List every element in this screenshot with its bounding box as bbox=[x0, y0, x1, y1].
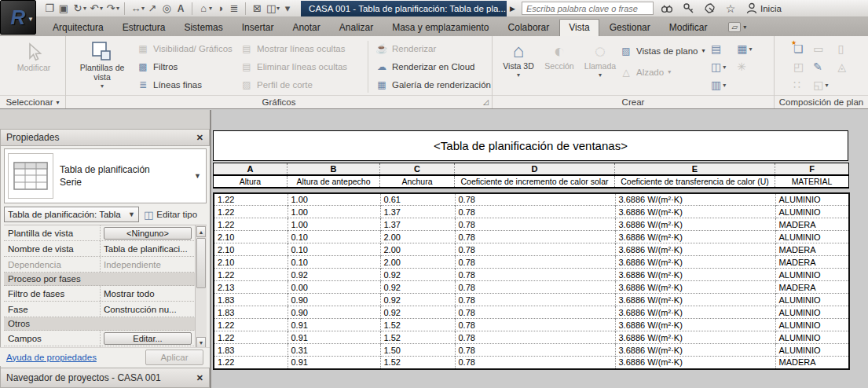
schedule-cell[interactable]: 3.6886 W/(m²·K) bbox=[615, 193, 775, 206]
column-header[interactable]: Anchura bbox=[380, 175, 455, 188]
vista-3d-button[interactable]: ⌂Vista 3D▾ bbox=[499, 41, 538, 80]
scroll-down-icon[interactable]: ▼ bbox=[196, 337, 206, 348]
default-3d-view-dropdown-icon[interactable]: ▾ bbox=[209, 5, 212, 12]
schedule-cell[interactable]: 1.00 bbox=[288, 193, 380, 206]
schedule-cell[interactable]: ALUMINIO bbox=[775, 294, 849, 306]
save-icon[interactable]: ▣ bbox=[57, 1, 71, 16]
schedule-cell[interactable]: 1.22 bbox=[214, 218, 288, 231]
column-header[interactable]: Coeficiente de transferencia de calor (U… bbox=[615, 175, 775, 188]
plantilla-de-vista-edit-button[interactable]: <Ninguno> bbox=[104, 227, 192, 240]
schedule-cell[interactable]: ALUMINIO bbox=[775, 319, 849, 331]
cuadro-rotulacion-icon[interactable]: ✎ bbox=[813, 60, 828, 73]
schedule-cell[interactable]: 0.78 bbox=[455, 306, 615, 319]
visibilidad-graficos-button[interactable]: ▦Visibilidad/ Gráficos bbox=[137, 42, 233, 55]
schedule-cell[interactable]: 1.22 bbox=[214, 206, 288, 218]
schedule-cell[interactable]: 2.00 bbox=[380, 243, 455, 256]
schedule-cell[interactable]: MADERA bbox=[775, 243, 849, 256]
schedule-cell[interactable]: 0.90 bbox=[288, 306, 380, 319]
schedule-cell[interactable]: 0.10 bbox=[288, 243, 380, 256]
schedule-cell[interactable]: 0.31 bbox=[288, 344, 380, 357]
schedule-cell[interactable]: 0.78 bbox=[455, 218, 615, 231]
vista-referencia-icon[interactable]: ▯ bbox=[837, 42, 846, 55]
tab-anotar[interactable]: Anotar bbox=[284, 20, 328, 36]
scrollbar-thumb[interactable] bbox=[196, 238, 206, 288]
modify-button[interactable]: Modificar bbox=[14, 42, 53, 72]
section-icon[interactable]: ◑ bbox=[213, 1, 227, 16]
schedule-cell[interactable]: 0.78 bbox=[455, 294, 615, 306]
tab-sistemas[interactable]: Sistemas bbox=[175, 20, 231, 36]
aligned-dimension-icon[interactable]: ↗ bbox=[145, 1, 159, 16]
schedule-cell[interactable]: 1.50 bbox=[380, 344, 455, 357]
schedule-cell[interactable]: ALUMINIO bbox=[775, 206, 849, 218]
schedule-cell[interactable]: 1.22 bbox=[214, 331, 288, 344]
schedule-cell[interactable]: 0.78 bbox=[455, 243, 615, 256]
schedule-cell[interactable]: 2.00 bbox=[380, 231, 455, 243]
schedule-cell[interactable]: 0.78 bbox=[455, 193, 615, 206]
property-section-proceso-por-fases[interactable]: Proceso por fases« bbox=[4, 273, 207, 286]
schedule-cell[interactable]: 0.91 bbox=[288, 319, 380, 331]
customize-qat-icon[interactable]: ▾ bbox=[280, 1, 295, 16]
llamada-button[interactable]: ◌Llamada▾ bbox=[580, 41, 620, 80]
graphics-dialog-launcher-icon[interactable]: ◿ bbox=[483, 98, 489, 106]
schedule-cell[interactable]: 0.78 bbox=[455, 231, 615, 243]
property-section-otros[interactable]: Otros« bbox=[4, 317, 207, 331]
schedule-cell[interactable]: 3.6886 W/(m²·K) bbox=[615, 218, 775, 231]
eliminar-lineas-ocultas-button[interactable]: ▤Eliminar líneas ocultas bbox=[240, 60, 347, 73]
tab-modificar[interactable]: Modificar bbox=[661, 20, 716, 36]
schedule-cell[interactable]: 1.52 bbox=[380, 319, 455, 331]
panel-label-crear[interactable]: Crear bbox=[493, 95, 774, 108]
title-history-caret-icon[interactable]: ▶ bbox=[507, 5, 518, 13]
panel-label-graficos[interactable]: Gráficos bbox=[66, 95, 492, 108]
tablas-de-planificacion-icon[interactable]: ▦▾ bbox=[737, 42, 752, 55]
thin-lines-icon[interactable]: ≣ bbox=[227, 1, 241, 16]
schedule-cell[interactable]: 3.6886 W/(m²·K) bbox=[615, 269, 775, 281]
schedule-cell[interactable]: 1.00 bbox=[288, 206, 380, 218]
sync-dropdown-icon[interactable]: ▾ bbox=[83, 5, 86, 12]
schedule-cell[interactable]: MADERA bbox=[775, 256, 849, 269]
schedule-cell[interactable]: 0.78 bbox=[455, 319, 615, 331]
schedule-cell[interactable]: 3.6886 W/(m²·K) bbox=[615, 319, 775, 331]
schedule-cell[interactable]: 1.37 bbox=[380, 206, 455, 218]
revisiones-icon[interactable]: ◬ bbox=[837, 60, 846, 73]
column-letter[interactable]: A bbox=[214, 163, 288, 175]
nota-clave-icon[interactable]: ✳ bbox=[737, 60, 752, 73]
schedule-cell[interactable]: 0.78 bbox=[455, 256, 615, 269]
schedule-cell[interactable]: 0.61 bbox=[380, 193, 455, 206]
project-browser-header[interactable]: Navegador de proyectos - CASA 001 ✕ bbox=[0, 368, 210, 388]
schedule-cell[interactable]: 0.92 bbox=[380, 269, 455, 281]
mostrar-lineas-ocultas-button[interactable]: ▤Mostrar líneas ocultas bbox=[240, 42, 347, 55]
view-templates-button[interactable]: Plantillas de vista ▾ bbox=[77, 41, 127, 91]
schedule-cell[interactable]: ALUMINIO bbox=[775, 193, 849, 206]
schedule-cell[interactable]: 0.92 bbox=[288, 269, 380, 281]
schedule-cell[interactable]: 0.10 bbox=[288, 231, 380, 243]
renderizar-button[interactable]: ☕Renderizar bbox=[375, 42, 491, 55]
schedule-cell[interactable]: 0.91 bbox=[288, 357, 380, 369]
search-input[interactable] bbox=[522, 2, 654, 15]
schedule-cell[interactable]: 0.78 bbox=[455, 331, 615, 344]
schedule-cell[interactable]: MADERA bbox=[775, 357, 849, 369]
apply-button[interactable]: Aplicar bbox=[145, 350, 203, 365]
plano-nuevo-icon[interactable]: ❏★ bbox=[793, 42, 804, 55]
schedule-cell[interactable]: 1.83 bbox=[214, 306, 288, 319]
schedule-cell[interactable]: ALUMINIO bbox=[775, 344, 849, 357]
properties-close-icon[interactable]: ✕ bbox=[196, 133, 203, 143]
schedule-cell[interactable]: 0.91 bbox=[288, 331, 380, 344]
schedule-cell[interactable]: 2.10 bbox=[214, 243, 288, 256]
schedule-cell[interactable]: 2.13 bbox=[214, 281, 288, 294]
column-letter[interactable]: D bbox=[455, 163, 615, 175]
panel-label-composicion[interactable]: Composición de plan bbox=[775, 95, 868, 108]
close-hidden-windows-icon[interactable]: ⊠ bbox=[250, 1, 264, 16]
favorites-star-icon[interactable]: ☆ bbox=[723, 2, 738, 16]
switch-windows-dropdown-icon[interactable]: ▾ bbox=[277, 5, 280, 12]
schedule-cell[interactable]: 0.78 bbox=[455, 206, 615, 218]
schedule-cell[interactable]: 3.6886 W/(m²·K) bbox=[615, 344, 775, 357]
schedule-cell[interactable]: ALUMINIO bbox=[775, 331, 849, 344]
tab-gestionar[interactable]: Gestionar bbox=[601, 20, 659, 36]
leyendas-icon[interactable]: ▥▾ bbox=[711, 79, 726, 91]
ventana-grafica-icon[interactable]: ◱▾ bbox=[813, 79, 828, 91]
schedule-cell[interactable]: 1.52 bbox=[380, 357, 455, 369]
properties-help-link[interactable]: Ayuda de propiedades bbox=[6, 353, 97, 362]
seccion-button[interactable]: ◐Sección bbox=[540, 41, 579, 71]
column-letter[interactable]: E bbox=[615, 163, 775, 175]
galeria-de-renderizacion-button[interactable]: ▦Galería de renderización bbox=[375, 78, 491, 91]
